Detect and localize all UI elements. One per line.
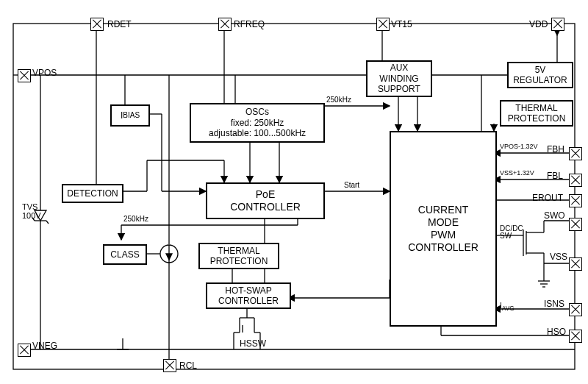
detection-text: DETECTION xyxy=(67,188,118,199)
pin-label-vneg: VNEG xyxy=(32,341,57,351)
pin-label-fbh: FBH xyxy=(547,144,564,154)
pad-hso xyxy=(569,330,582,343)
pad-rfreq xyxy=(218,18,232,31)
pwm-l2: MODE xyxy=(428,216,459,229)
pin-label-rfreq: RFREQ xyxy=(234,19,265,29)
pin-label-hssw: HSSW xyxy=(240,338,266,349)
pin-label-fbl: FBL xyxy=(547,171,563,181)
annot-250khz-1: 250kHz xyxy=(326,96,351,104)
pad-vt15 xyxy=(376,18,390,31)
pwm-l4: CONTROLLER xyxy=(408,241,478,254)
pin-label-vss: VSS xyxy=(550,252,567,262)
pad-vpos xyxy=(18,69,31,82)
pad-fbh xyxy=(569,147,582,160)
pin-label-vpos: VPOS xyxy=(32,68,57,78)
pin-label-hso: HSO xyxy=(547,327,566,337)
block-pwm-controller: CURRENT MODE PWM CONTROLLER xyxy=(390,131,497,327)
aux-l2: WINDING xyxy=(379,74,418,84)
block-thermal-protection-2: THERMAL PROTECTION xyxy=(500,100,573,127)
block-class: CLASS xyxy=(103,244,147,265)
dcdc-label: DC/DC SW xyxy=(500,225,523,240)
annot-iavg: IAVG xyxy=(500,302,514,312)
hotswap-l2: CONTROLLER xyxy=(218,296,279,306)
pad-isns xyxy=(569,303,582,316)
annot-vss-fbl: VSS+1.32V xyxy=(500,169,534,177)
block-hotswap-controller: HOT-SWAP CONTROLLER xyxy=(206,282,291,309)
pin-label-vdd: VDD xyxy=(529,19,548,29)
annot-tvs: TVS 100V xyxy=(22,202,44,220)
pad-rdet xyxy=(90,18,104,31)
class-text: CLASS xyxy=(110,249,139,260)
block-ibias: IBIAS xyxy=(110,104,150,127)
annot-start: Start xyxy=(344,181,359,189)
annot-vpos-fbh: VPOS-1.32V xyxy=(500,143,538,150)
reg5v-l1: 5V xyxy=(535,65,546,75)
pad-swo xyxy=(569,218,582,231)
poe-l1: PoE xyxy=(256,188,275,201)
block-poe-controller: PoE CONTROLLER xyxy=(206,182,325,219)
poe-l2: CONTROLLER xyxy=(230,201,301,213)
thermal1-text: THERMAL PROTECTION xyxy=(200,246,278,267)
pin-label-swo: SWO xyxy=(544,210,565,221)
aux-l3: SUPPORT xyxy=(378,84,420,94)
block-thermal-protection-1: THERMAL PROTECTION xyxy=(198,243,279,269)
annot-250khz-2: 250kHz xyxy=(123,215,148,223)
dcdc-l2: SW xyxy=(500,232,512,240)
iavg-sub: AVG xyxy=(502,305,514,312)
pin-label-vt15: VT15 xyxy=(391,19,412,29)
pad-vss xyxy=(569,257,582,271)
reg5v-l2: REGULATOR xyxy=(513,75,567,85)
thermal2-l2: PROTECTION xyxy=(508,113,566,124)
block-oscs: OSCs fixed: 250kHz adjustable: 100...500… xyxy=(190,103,325,143)
pad-vneg xyxy=(18,344,31,357)
block-5v-regulator: 5V REGULATOR xyxy=(507,62,573,88)
pwm-l1: CURRENT xyxy=(418,204,468,216)
oscs-l1: OSCs xyxy=(245,107,269,117)
diagram-stage: RDET RFREQ VT15 VDD VPOS VNEG RCL HSSW F… xyxy=(0,0,588,384)
oscs-l3: adjustable: 100...500kHz xyxy=(209,128,306,138)
pad-fbl xyxy=(569,174,582,187)
pad-vdd xyxy=(551,18,564,31)
pin-label-rdet: RDET xyxy=(107,19,132,29)
pad-erout xyxy=(569,194,582,207)
pwm-l3: PWM xyxy=(431,229,456,241)
thermal2-l1: THERMAL xyxy=(515,103,557,113)
hotswap-l1: HOT-SWAP xyxy=(225,285,272,296)
block-aux-winding-support: AUX WINDING SUPPORT xyxy=(366,60,432,97)
ibias-sub: BIAS xyxy=(123,111,140,120)
pin-label-rcl: RCL xyxy=(179,360,197,371)
pin-label-isns: ISNS xyxy=(544,299,564,309)
oscs-l2: fixed: 250kHz xyxy=(231,118,284,128)
block-detection: DETECTION xyxy=(62,184,123,203)
svg-line-75 xyxy=(46,221,49,224)
aux-l1: AUX xyxy=(390,63,409,73)
pad-rcl xyxy=(163,359,176,372)
pin-label-erout: EROUT xyxy=(532,193,563,203)
